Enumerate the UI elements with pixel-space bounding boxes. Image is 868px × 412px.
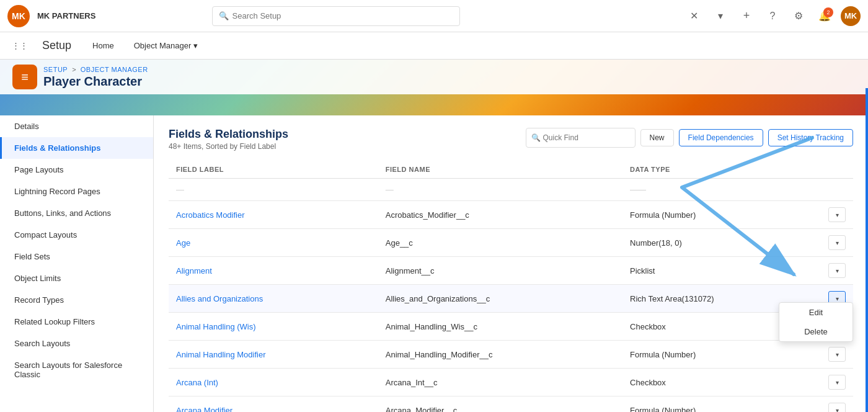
row-action-dropdown[interactable]: ▾ [828,263,846,278]
chevron-down-icon: ▾ [193,41,198,50]
row-action-dropdown[interactable]: ▾ [828,347,846,362]
sidebar-item-search-layouts[interactable]: Search Layouts [0,333,153,354]
table-row: Alignment Alignment__c Picklist ▾ [169,257,853,285]
banner: ≡ SETUP > OBJECT MANAGER Player Characte… [0,60,868,115]
field-label-cell: Allies and Organizations [169,285,378,313]
field-type-cell: Formula (Number) [622,201,821,229]
action-cell: ▾ [821,369,853,396]
action-cell: ▾ [821,229,853,257]
sidebar-item-search-layouts-classic[interactable]: Search Layouts for Salesforce Classic [0,354,153,385]
field-type-cell: —— [622,179,821,201]
app-nav: ⋮⋮ Setup Home Object Manager ▾ [0,32,868,60]
setup-breadcrumb-link[interactable]: SETUP [43,66,68,73]
field-label-link[interactable]: Age [176,238,190,248]
fields-table: Field Label Field Name Data Type — — —— [169,161,853,412]
field-label-cell: Age [169,229,378,257]
sidebar-item-record-types[interactable]: Record Types [0,289,153,311]
sidebar-item-buttons-links-actions[interactable]: Buttons, Links, and Actions [0,202,153,224]
field-label-link[interactable]: Arcana (Int) [176,378,218,387]
table-row: Animal Handling (Wis) Animal_Handling_Wi… [169,313,853,341]
grid-icon[interactable]: ⋮⋮ [10,36,30,56]
content-header: Fields & Relationships 48+ Items, Sorted… [169,128,853,151]
field-api-cell: Age__c [378,229,622,257]
search-icon: 🔍 [219,11,229,20]
field-type-cell: Checkbox [622,369,821,396]
settings-btn[interactable]: ⚙ [789,6,808,26]
field-api-cell: Arcana_Int__c [378,369,622,396]
row-action-dropdown[interactable]: ▾ [828,403,846,412]
sidebar-item-compact-layouts[interactable]: Compact Layouts [0,224,153,246]
action-cell: ▾ [821,201,853,229]
sidebar-item-details[interactable]: Details [0,115,153,137]
row-action-dropdown[interactable]: ▾ [828,375,846,390]
field-label-cell: Acrobatics Modifier [169,201,378,229]
field-api-cell: Animal_Handling_Wis__c [378,313,622,341]
object-icon: ≡ [12,65,37,89]
edit-menu-item[interactable]: Edit [779,303,852,322]
header-actions: 🔍 New Field Dependencies Set History Tra… [526,128,853,148]
action-cell: ▾ [821,341,853,369]
new-button[interactable]: New [640,129,674,146]
org-name: MK PARTNERS [37,11,95,20]
table-row: Acrobatics Modifier Acrobatics_Modifier_… [169,201,853,229]
sidebar-item-field-sets[interactable]: Field Sets [0,246,153,267]
page-title: Player Character [43,74,148,89]
content-title-block: Fields & Relationships 48+ Items, Sorted… [169,128,288,151]
action-cell: ▾ [821,257,853,285]
add-btn[interactable]: + [737,6,756,26]
field-label-cell: Animal Handling Modifier [169,341,378,369]
set-history-tracking-button[interactable]: Set History Tracking [768,129,853,146]
notification-count: 2 [823,7,833,17]
quick-find-input[interactable] [543,133,630,142]
delete-menu-item[interactable]: Delete [779,322,852,341]
org-avatar: MK [7,5,30,27]
object-manager-nav-btn[interactable]: Object Manager ▾ [125,37,207,54]
action-cell: ▾ [821,396,853,413]
field-label-link[interactable]: Allies and Organizations [176,294,263,303]
sidebar-item-page-layouts[interactable]: Page Layouts [0,159,153,181]
banner-content: ≡ SETUP > OBJECT MANAGER Player Characte… [0,60,868,94]
field-label-link[interactable]: Animal Handling (Wis) [176,322,256,331]
sidebar-item-lightning-record-pages[interactable]: Lightning Record Pages [0,181,153,202]
field-label-cell: Arcana Modifier [169,396,378,413]
search-icon: 🔍 [531,133,541,142]
sidebar-item-related-lookup-filters[interactable]: Related Lookup Filters [0,311,153,333]
setup-title: Setup [42,39,71,52]
action-cell: ▾ Edit Delete [821,285,853,313]
help-btn[interactable]: ? [763,6,782,26]
col-data-type: Data Type [622,161,821,179]
row-action-dropdown[interactable]: ▾ [828,207,846,222]
table-header-row: Field Label Field Name Data Type [169,161,853,179]
object-manager-breadcrumb-link[interactable]: OBJECT MANAGER [81,66,148,73]
field-label-link[interactable]: Animal Handling Modifier [176,350,266,359]
sidebar: Details Fields & Relationships Page Layo… [0,115,154,412]
layers-icon: ≡ [21,70,29,84]
table-row: Animal Handling Modifier Animal_Handling… [169,341,853,369]
field-api-cell: Allies_and_Organizations__c [378,285,622,313]
context-menu: Edit Delete [779,302,853,342]
search-input[interactable] [232,11,453,20]
sidebar-item-object-limits[interactable]: Object Limits [0,267,153,289]
table-row: Age Age__c Number(18, 0) ▾ [169,229,853,257]
search-box[interactable]: 🔍 [212,6,460,26]
sidebar-item-fields-relationships[interactable]: Fields & Relationships [0,137,153,159]
field-label-cell: Alignment [169,257,378,285]
content-title: Fields & Relationships [169,128,288,141]
table-row: — — —— [169,179,853,201]
field-api-cell: — [378,179,622,201]
notifications-btn[interactable]: 🔔 2 [815,6,835,26]
close-icon-btn[interactable]: ✕ [684,6,704,26]
col-actions [821,161,853,179]
table-row: Arcana (Int) Arcana_Int__c Checkbox ▾ [169,369,853,396]
dropdown-nav-btn[interactable]: ▾ [711,6,730,26]
field-label-link[interactable]: Arcana Modifier [176,406,232,413]
user-avatar[interactable]: MK [841,6,861,26]
quick-find-box[interactable]: 🔍 [526,128,636,148]
field-dependencies-button[interactable]: Field Dependencies [679,129,763,146]
row-action-dropdown[interactable]: ▾ [828,235,846,250]
action-cell [821,179,853,201]
breadcrumb: SETUP > OBJECT MANAGER [43,66,148,73]
field-label-link[interactable]: Acrobatics Modifier [176,210,245,220]
home-nav-btn[interactable]: Home [84,37,123,54]
field-label-link[interactable]: Alignment [176,266,212,275]
